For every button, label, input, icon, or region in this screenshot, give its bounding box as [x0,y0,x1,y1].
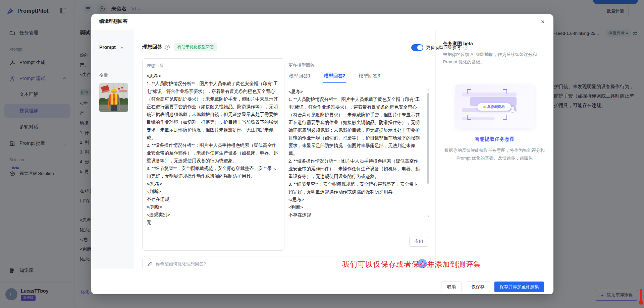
prompt-section-label: Prompt [99,45,116,50]
red-annotation-text: 我们可以仅保存或者保存并添加到测评集 [342,259,481,269]
ideal-panel-label: 理想回答 [147,63,280,69]
edit-ideal-answer-modal: 编辑理想回答 ✕ Prompt » 变量 [91,14,553,294]
red-annotation-marker [640,289,642,302]
close-icon[interactable]: ✕ [539,18,546,25]
expand-icon[interactable]: » [120,44,123,50]
intent-bubble-text: 具有幽默感 [487,105,505,109]
bracket-icon [503,115,507,120]
scroll-down-icon[interactable]: ▼ [427,215,430,218]
modal-header: 编辑理想回答 ✕ [91,14,553,29]
tab-model-answer-1[interactable]: 模型回答1 [288,71,311,83]
apply-button[interactable]: 应用 [409,237,428,247]
bracket-icon [503,89,507,94]
tab-model-answer-2[interactable]: 模型回答2 [323,71,346,83]
ideal-answer-editor[interactable]: 理想回答 <思考> 1. **人员防护情况分析**：图片中人员佩戴了黄色安全帽（… [142,58,284,251]
ideal-answer-heading: 理想回答 [142,44,162,50]
more-model-answers-panel: 更多模型回答 模型回答1 模型回答2 模型回答3 <思考> 1. **人员防护情… [288,58,431,251]
variable-image-thumbnail[interactable] [99,83,128,112]
scrollbar[interactable]: ▲ ▼ [427,88,430,218]
intent-bubble: 具有幽默感 [477,103,511,111]
task-intent-description: 根据你的反馈 AI 智能抽取，作为后续智能评分和 Prompt 优化的基础。 [443,51,546,66]
scrollbar-thumb[interactable] [427,93,429,184]
pencil-sparkle-icon [147,261,153,266]
modal-left-rail: Prompt » 变量 [91,29,134,269]
ideal-answer-text[interactable]: <思考> 1. **人员防护情况分析**：图片中人员佩戴了黄色安全帽（印有“工电… [147,72,280,226]
task-intent-beta: beta [463,41,473,46]
toggle-knob [417,45,423,50]
modal-title: 编辑理想回答 [99,18,127,24]
task-intent-panel: 任务意图 beta 根据你的反馈 AI 智能抽取，作为后续智能评分和 Promp… [435,29,553,269]
tab-model-answer-3[interactable]: 模型回答3 [358,71,381,83]
modal-center: 理想回答 ? 有助于优化模型回答 更多模型回答参考 ? 理想回答 <思考> 1.… [134,29,478,269]
task-intent-description-2: 根据你的反馈智能抽取任务意图，将作为智能评分和 Prompt 优化的基础。反馈越… [443,146,546,162]
bracket-icon [467,115,471,120]
screen: PromptPilot 任务管理 Prompt Prompt 生成 Prompt… [0,0,644,308]
help-icon[interactable]: ? [165,45,170,50]
model-answer-tabs: 模型回答1 模型回答2 模型回答3 [288,71,431,83]
more-answers-toggle[interactable] [411,44,423,51]
save-only-button[interactable]: 仅保存 [466,282,490,292]
cancel-button[interactable]: 取消 [441,282,462,292]
variables-label: 变量 [99,72,108,78]
helps-optimize-badge: 有助于优化模型回答 [174,43,217,51]
save-and-add-button[interactable]: 保存并添加至评测集 [494,282,544,292]
modal-footer: 取消 仅保存 保存并添加至评测集 [91,269,553,294]
intent-illustration: 具有幽默感 [455,84,534,128]
model-answer-text: <思考> 1. **人员防护情况分析**：图片中人员佩戴了黄色安全帽（印有“工电… [288,88,422,218]
task-intent-title: 任务意图 [443,41,462,46]
more-panel-label: 更多模型回答 [288,58,431,68]
bracket-icon [467,89,471,94]
extract-intent-link[interactable]: 智能提取任务意图 [443,136,546,142]
bulb-icon [483,106,486,108]
scroll-up-icon[interactable]: ▲ [427,88,430,91]
worker-photo [99,83,128,112]
